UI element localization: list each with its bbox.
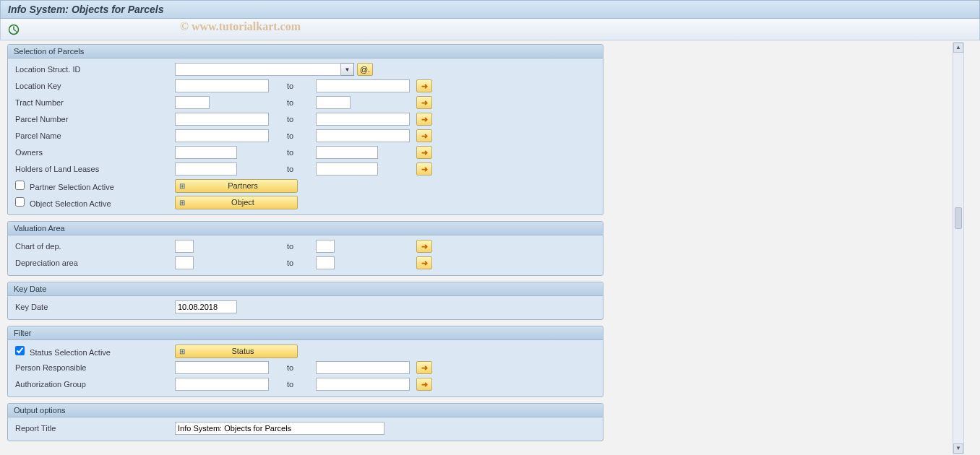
- watermark-text: © www.tutorialkart.com: [180, 20, 301, 33]
- label-status-selection: Status Selection Active: [12, 346, 175, 357]
- location-struct-id-input[interactable]: [175, 63, 341, 76]
- auth-group-multiselect-button[interactable]: ➜: [416, 378, 432, 391]
- vertical-scrollbar[interactable]: ▲ ▼: [953, 42, 964, 454]
- variant-button-label: @.: [360, 65, 370, 74]
- label-location-key: Location Key: [12, 82, 175, 90]
- key-date-input[interactable]: [175, 300, 237, 313]
- label-chart-of-dep: Chart of dep.: [12, 242, 175, 251]
- partner-selection-checkbox[interactable]: [15, 181, 25, 190]
- label-location-struct-id: Location Struct. ID: [12, 65, 175, 74]
- label-to-person: to: [287, 363, 316, 372]
- owners-to-input[interactable]: [316, 146, 378, 159]
- status-button[interactable]: ⊞ Status: [175, 344, 298, 358]
- status-selection-checkbox[interactable]: [15, 346, 25, 355]
- application-toolbar: © www.tutorialkart.com: [0, 19, 980, 40]
- expand-icon: ⊞: [176, 199, 189, 207]
- person-from-input[interactable]: [175, 361, 269, 374]
- object-button[interactable]: ⊞ Object: [175, 196, 298, 209]
- holders-from-input[interactable]: [175, 162, 237, 176]
- object-selection-label: Object Selection Active: [30, 199, 111, 208]
- group-header-keydate: Key Date: [8, 282, 603, 296]
- label-report-title: Report Title: [12, 424, 175, 433]
- chart-of-dep-from-input[interactable]: [175, 240, 194, 253]
- label-parcel-name: Parcel Name: [12, 131, 175, 140]
- chart-of-dep-multiselect-button[interactable]: ➜: [416, 240, 432, 253]
- group-valuation-area: Valuation Area Chart of dep. to ➜ Deprec…: [7, 221, 603, 276]
- execute-icon[interactable]: [8, 24, 20, 35]
- location-struct-id-dropdown-icon[interactable]: ▼: [341, 63, 354, 76]
- label-to-tract-number: to: [287, 98, 316, 107]
- label-tract-number: Tract Number: [12, 98, 175, 107]
- auth-group-from-input[interactable]: [175, 378, 269, 391]
- group-header-output: Output options: [8, 404, 603, 417]
- dep-area-from-input[interactable]: [175, 256, 194, 269]
- object-button-label: Object: [189, 198, 297, 207]
- right-empty-area: ▲ ▼: [611, 40, 980, 455]
- group-output-options: Output options Report Title: [7, 403, 603, 441]
- tract-number-from-input[interactable]: [175, 96, 210, 109]
- label-to-dep-area: to: [287, 259, 316, 267]
- group-header-valuation: Valuation Area: [8, 222, 603, 235]
- auth-group-to-input[interactable]: [316, 378, 410, 391]
- scroll-up-button[interactable]: ▲: [953, 43, 963, 53]
- label-to-holders: to: [287, 165, 316, 173]
- parcel-number-from-input[interactable]: [175, 113, 269, 126]
- scroll-down-button[interactable]: ▼: [953, 443, 963, 454]
- group-selection-of-parcels: Selection of Parcels Location Struct. ID…: [7, 44, 603, 215]
- holders-multiselect-button[interactable]: ➜: [416, 162, 432, 176]
- dep-area-to-input[interactable]: [316, 256, 335, 269]
- group-header-parcels: Selection of Parcels: [8, 45, 603, 58]
- svg-line-2: [14, 30, 16, 31]
- group-header-filter: Filter: [8, 326, 603, 340]
- parcel-name-multiselect-button[interactable]: ➜: [416, 129, 432, 142]
- object-selection-checkbox[interactable]: [15, 197, 25, 207]
- label-partner-selection: Partner Selection Active: [12, 181, 175, 191]
- holders-to-input[interactable]: [316, 162, 378, 176]
- label-to-owners: to: [287, 148, 316, 157]
- label-to-location-key: to: [287, 82, 316, 90]
- label-object-selection: Object Selection Active: [12, 197, 175, 208]
- location-key-from-input[interactable]: [175, 79, 269, 92]
- variant-button[interactable]: @.: [357, 63, 373, 76]
- group-key-date: Key Date Key Date: [7, 282, 603, 320]
- group-filter: Filter Status Selection Active ⊞ Status …: [7, 326, 603, 397]
- main-selection-area: Selection of Parcels Location Struct. ID…: [0, 40, 611, 455]
- dep-area-multiselect-button[interactable]: ➜: [416, 256, 432, 269]
- expand-icon: ⊞: [176, 347, 189, 355]
- partner-selection-label: Partner Selection Active: [30, 183, 114, 191]
- parcel-name-to-input[interactable]: [316, 129, 410, 142]
- page-title-bar: Info System: Objects for Parcels: [0, 0, 980, 19]
- report-title-input[interactable]: [175, 422, 384, 435]
- label-to-parcel-name: to: [287, 131, 316, 140]
- location-key-multiselect-button[interactable]: ➜: [416, 79, 432, 92]
- label-to-auth-group: to: [287, 380, 316, 389]
- location-key-to-input[interactable]: [316, 79, 410, 92]
- label-person-responsible: Person Responsible: [12, 363, 175, 372]
- partners-button[interactable]: ⊞ Partners: [175, 179, 298, 193]
- label-to-chart-of-dep: to: [287, 242, 316, 251]
- person-to-input[interactable]: [316, 361, 410, 374]
- tract-number-to-input[interactable]: [316, 96, 351, 109]
- label-to-parcel-number: to: [287, 115, 316, 124]
- chart-of-dep-to-input[interactable]: [316, 240, 335, 253]
- label-parcel-number: Parcel Number: [12, 115, 175, 124]
- partners-button-label: Partners: [189, 181, 297, 190]
- expand-icon: ⊞: [176, 182, 189, 190]
- owners-from-input[interactable]: [175, 146, 237, 159]
- person-multiselect-button[interactable]: ➜: [416, 361, 432, 374]
- label-dep-area: Depreciation area: [12, 259, 175, 267]
- label-key-date: Key Date: [12, 303, 175, 311]
- status-selection-label: Status Selection Active: [30, 348, 111, 357]
- label-owners: Owners: [12, 148, 175, 157]
- owners-multiselect-button[interactable]: ➜: [416, 146, 432, 159]
- label-holders: Holders of Land Leases: [12, 165, 175, 173]
- scroll-grip[interactable]: [955, 207, 962, 229]
- parcel-number-multiselect-button[interactable]: ➜: [416, 113, 432, 126]
- parcel-number-to-input[interactable]: [316, 113, 410, 126]
- status-button-label: Status: [189, 347, 297, 355]
- parcel-name-from-input[interactable]: [175, 129, 269, 142]
- page-title: Info System: Objects for Parcels: [8, 4, 164, 15]
- tract-number-multiselect-button[interactable]: ➜: [416, 96, 432, 109]
- label-auth-group: Authorization Group: [12, 380, 175, 389]
